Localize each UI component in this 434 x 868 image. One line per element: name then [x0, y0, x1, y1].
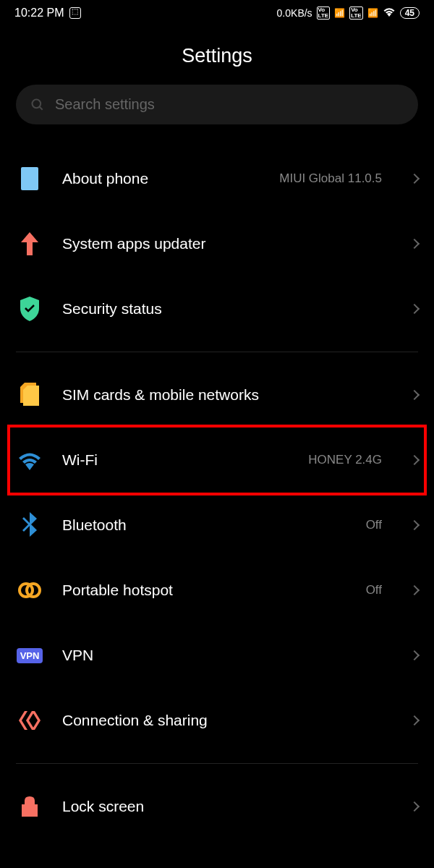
- chevron-right-icon: [409, 455, 420, 465]
- item-label: System apps updater: [62, 235, 392, 252]
- lockscreen-item[interactable]: Lock screen: [16, 774, 418, 839]
- lock-icon: [16, 793, 43, 820]
- chevron-right-icon: [409, 520, 420, 530]
- svg-line-1: [40, 106, 43, 109]
- vpn-icon: VPN: [16, 642, 43, 669]
- item-label: About phone: [62, 170, 260, 187]
- updater-icon: [16, 230, 43, 258]
- chevron-right-icon: [409, 585, 420, 595]
- divider: [16, 763, 418, 764]
- wifi-icon: [16, 446, 43, 474]
- search-icon: [30, 98, 45, 112]
- highlight-box: Wi-Fi HONEY 2.4G: [7, 425, 427, 495]
- signal-icon-2: 📶: [367, 8, 378, 18]
- battery-icon: 45: [400, 7, 420, 19]
- item-label: Lock screen: [62, 798, 392, 815]
- search-box[interactable]: [16, 85, 418, 124]
- item-label: Security status: [62, 300, 392, 318]
- divider: [16, 352, 418, 352]
- hotspot-item[interactable]: Portable hotspot Off: [16, 558, 418, 623]
- page-title: Settings: [0, 26, 434, 85]
- chevron-right-icon: [409, 239, 420, 249]
- bluetooth-item[interactable]: Bluetooth Off: [16, 493, 418, 558]
- sim-cards-item[interactable]: SIM cards & mobile networks: [16, 362, 418, 427]
- item-label: Portable hotspot: [62, 582, 347, 599]
- wifi-item[interactable]: Wi-Fi HONEY 2.4G: [16, 427, 418, 493]
- app-icon: [69, 7, 81, 19]
- vpn-badge: VPN: [17, 648, 43, 663]
- item-label: Wi-Fi: [62, 451, 289, 469]
- item-value: Off: [366, 583, 382, 597]
- chevron-right-icon: [409, 801, 420, 812]
- item-label: SIM cards & mobile networks: [62, 386, 392, 404]
- bluetooth-icon: [16, 511, 43, 539]
- about-phone-item[interactable]: About phone MIUI Global 11.0.5: [16, 146, 418, 211]
- item-value: MIUI Global 11.0.5: [279, 171, 382, 186]
- item-label: VPN: [62, 647, 392, 664]
- sim-icon: [16, 381, 43, 409]
- hotspot-icon: [16, 576, 43, 604]
- phone-icon: [16, 165, 43, 192]
- wifi-status-icon: [383, 7, 396, 20]
- chevron-right-icon: [409, 390, 420, 400]
- chevron-right-icon: [409, 715, 420, 726]
- shield-icon: [16, 295, 43, 323]
- item-label: Bluetooth: [62, 516, 347, 534]
- chevron-right-icon: [409, 650, 420, 660]
- signal-icon-1: 📶: [334, 8, 345, 18]
- security-item[interactable]: Security status: [16, 276, 418, 341]
- data-speed: 0.0KB/s: [277, 7, 312, 19]
- connection-item[interactable]: Connection & sharing: [16, 688, 418, 753]
- svg-rect-2: [21, 167, 38, 190]
- item-value: HONEY 2.4G: [308, 453, 382, 467]
- volte-icon-1: VoLTE: [317, 7, 331, 20]
- chevron-right-icon: [409, 174, 420, 184]
- connection-icon: [16, 707, 43, 734]
- item-label: Connection & sharing: [62, 712, 392, 729]
- item-value: Off: [366, 518, 382, 532]
- volte-icon-2: VoLTE: [349, 7, 363, 20]
- svg-point-0: [33, 99, 41, 108]
- search-input[interactable]: [55, 96, 404, 113]
- status-bar: 10:22 PM 0.0KB/s VoLTE 📶 VoLTE 📶 45: [0, 0, 434, 26]
- system-apps-item[interactable]: System apps updater: [16, 211, 418, 276]
- chevron-right-icon: [409, 304, 420, 314]
- vpn-item[interactable]: VPN VPN: [16, 623, 418, 688]
- status-time: 10:22 PM: [14, 7, 64, 20]
